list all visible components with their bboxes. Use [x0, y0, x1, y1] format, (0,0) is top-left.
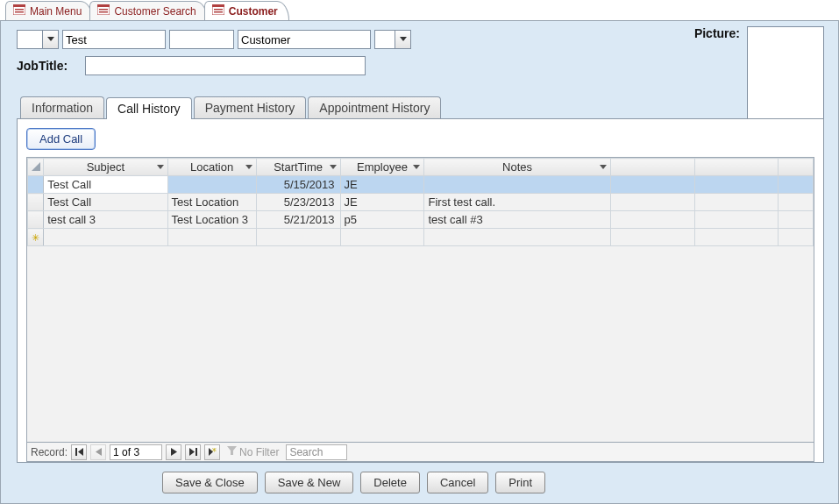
datasheet-empty-area[interactable] — [27, 246, 814, 442]
tab-appointment-history[interactable]: Appointment History — [308, 96, 441, 118]
prev-record-button[interactable] — [90, 444, 106, 460]
new-record-row[interactable]: ✳ — [28, 229, 814, 246]
suffix-combo[interactable] — [374, 30, 411, 49]
col-starttime[interactable]: StartTime — [256, 159, 340, 176]
cell-empty[interactable] — [694, 176, 778, 194]
tab-information[interactable]: Information — [20, 96, 104, 118]
col-empty[interactable] — [694, 159, 778, 176]
svg-marker-19 — [600, 165, 607, 169]
search-input[interactable] — [286, 444, 347, 460]
jobtitle-input[interactable] — [85, 56, 366, 75]
document-tabs: Main Menu Customer Search Customer — [0, 0, 839, 21]
svg-marker-12 — [47, 37, 54, 41]
svg-marker-15 — [157, 165, 164, 169]
cell-subject[interactable]: test call 3 — [44, 211, 167, 229]
record-position-input[interactable] — [110, 444, 162, 460]
customer-form: JobTitle: Picture: Information Call Hist… — [0, 21, 839, 504]
title-input[interactable] — [18, 31, 42, 48]
cell-subject[interactable]: Test Call — [44, 194, 167, 211]
cell-starttime[interactable]: 5/15/2013 — [256, 176, 340, 194]
cell-starttime[interactable]: 5/23/2013 — [256, 194, 340, 211]
svg-rect-6 — [99, 9, 108, 11]
cell-notes[interactable]: test call #3 — [424, 211, 610, 229]
cell-empty[interactable] — [778, 211, 813, 229]
chevron-down-icon[interactable] — [155, 162, 166, 173]
title-combo[interactable] — [17, 30, 59, 49]
first-name-input[interactable] — [62, 30, 166, 49]
cell-subject[interactable]: Test Call — [44, 176, 167, 194]
delete-button[interactable]: Delete — [360, 472, 420, 493]
first-record-button[interactable] — [71, 444, 87, 460]
svg-rect-3 — [15, 11, 24, 13]
cell-starttime[interactable]: 5/21/2013 — [256, 211, 340, 229]
svg-marker-25 — [189, 448, 195, 456]
tab-label: Customer — [229, 5, 278, 18]
chevron-down-icon[interactable] — [328, 162, 338, 173]
tab-payment-history[interactable]: Payment History — [194, 96, 307, 118]
cell-empty[interactable] — [610, 211, 694, 229]
dropdown-icon[interactable] — [42, 31, 58, 48]
cell-location[interactable]: Test Location 3 — [167, 211, 256, 229]
svg-text:✳: ✳ — [32, 233, 39, 242]
dropdown-icon[interactable] — [395, 31, 410, 48]
last-name-input[interactable] — [238, 31, 354, 48]
form-icon — [212, 4, 224, 18]
chevron-down-icon[interactable] — [598, 162, 608, 173]
next-record-button[interactable] — [166, 444, 181, 460]
svg-marker-29 — [227, 446, 237, 455]
table-row[interactable]: Test CallTest Location5/23/2013JEFirst t… — [28, 194, 814, 211]
cell-location[interactable]: Test Location — [167, 194, 256, 211]
middle-name-input[interactable] — [169, 30, 234, 49]
svg-marker-18 — [413, 165, 420, 169]
tab-label: Customer Search — [114, 5, 196, 18]
table-row[interactable]: Test Call5/15/2013JE — [28, 176, 814, 194]
new-record-icon[interactable]: ✳ — [28, 229, 44, 246]
print-button[interactable]: Print — [495, 472, 545, 493]
cell-empty[interactable] — [610, 194, 694, 211]
col-employee[interactable]: Employee — [340, 159, 424, 176]
tab-customer[interactable]: Customer — [204, 1, 289, 20]
cell-employee[interactable]: JE — [340, 194, 424, 211]
table-row[interactable]: test call 3Test Location 35/21/2013p5tes… — [28, 211, 814, 229]
cell-notes[interactable]: First test call. — [424, 194, 610, 211]
funnel-icon — [227, 446, 237, 458]
row-selector[interactable] — [28, 194, 44, 211]
save-new-button[interactable]: Save & New — [265, 472, 354, 493]
new-record-button[interactable]: ✳ — [204, 444, 220, 460]
cell-notes[interactable] — [424, 176, 610, 194]
col-notes[interactable]: Notes — [424, 159, 610, 176]
last-record-button[interactable] — [185, 444, 201, 460]
cell-location[interactable] — [167, 176, 256, 194]
form-icon — [13, 4, 25, 18]
select-all-cell[interactable] — [28, 159, 44, 176]
tab-call-history[interactable]: Call History — [106, 97, 192, 119]
record-label: Record: — [31, 446, 68, 458]
col-empty[interactable] — [610, 159, 694, 176]
save-close-button[interactable]: Save & Close — [162, 472, 258, 493]
cancel-button[interactable]: Cancel — [427, 472, 488, 493]
chevron-down-icon[interactable] — [411, 162, 422, 173]
col-location[interactable]: Location — [167, 159, 256, 176]
row-selector[interactable] — [28, 176, 44, 194]
add-call-button[interactable]: Add Call — [26, 128, 96, 150]
cell-empty[interactable] — [610, 176, 694, 194]
tab-customer-search[interactable]: Customer Search — [89, 1, 207, 20]
last-name-combo[interactable] — [238, 30, 371, 49]
cell-employee[interactable]: JE — [340, 176, 424, 194]
svg-rect-26 — [196, 448, 197, 456]
suffix-input[interactable] — [375, 31, 395, 48]
tab-main-menu[interactable]: Main Menu — [5, 1, 93, 20]
row-selector[interactable] — [28, 211, 44, 229]
col-empty[interactable] — [778, 159, 813, 176]
chevron-down-icon[interactable] — [244, 162, 254, 173]
cell-empty[interactable] — [778, 176, 813, 194]
cell-empty[interactable] — [778, 194, 813, 211]
cell-empty[interactable] — [694, 211, 778, 229]
svg-rect-1 — [13, 4, 25, 7]
cell-employee[interactable]: p5 — [340, 211, 424, 229]
jobtitle-label: JobTitle: — [17, 59, 68, 73]
svg-marker-14 — [32, 162, 40, 171]
col-subject[interactable]: Subject — [44, 159, 167, 176]
cell-empty[interactable] — [694, 194, 778, 211]
filter-toggle[interactable]: No Filter — [224, 446, 282, 458]
